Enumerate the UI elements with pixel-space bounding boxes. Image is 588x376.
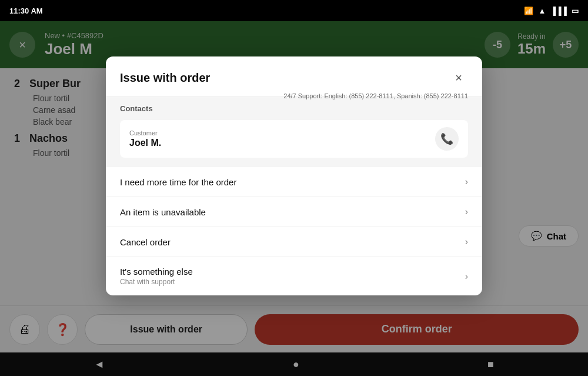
modal-option-something-else[interactable]: It's something else Chat with support › <box>106 257 482 295</box>
modal-close-button[interactable]: × <box>449 68 468 87</box>
wifi-icon: ▲ <box>538 6 546 15</box>
modal-option-cancel[interactable]: Cancel order › <box>106 227 482 257</box>
customer-info-label: Customer <box>129 129 161 137</box>
chevron-right-icon-2: › <box>465 207 468 217</box>
call-customer-button[interactable]: 📞 <box>435 127 459 151</box>
chevron-right-icon-4: › <box>465 271 468 282</box>
option-unavailable-label: An item is unavailable <box>120 207 206 217</box>
option-something-else-label: It's something else <box>120 267 193 277</box>
contacts-label: Contacts <box>120 104 153 113</box>
modal-header: Issue with order × <box>106 56 482 97</box>
option-something-else-sub: Chat with support <box>120 278 193 286</box>
modal-option-more-time[interactable]: I need more time for the order › <box>106 167 482 197</box>
bluetooth-icon: 📶 <box>524 6 533 15</box>
customer-row: Customer Joel M. 📞 <box>120 120 468 158</box>
issue-with-order-modal: Issue with order × Contacts 24/7 Support… <box>106 56 482 295</box>
option-cancel-label: Cancel order <box>120 237 171 247</box>
modal-title: Issue with order <box>120 71 210 85</box>
battery-icon: ▭ <box>572 6 579 15</box>
modal-option-unavailable[interactable]: An item is unavailable › <box>106 197 482 227</box>
status-time: 11:30 AM <box>9 6 43 15</box>
phone-icon: 📞 <box>440 132 453 145</box>
status-icons: 📶 ▲ ▐▐▐ ▭ <box>524 6 579 15</box>
customer-details: Customer Joel M. <box>129 129 161 148</box>
signal-icon: ▐▐▐ <box>550 6 567 15</box>
modal-overlay: Issue with order × Contacts 24/7 Support… <box>0 21 588 376</box>
chevron-right-icon-3: › <box>465 237 468 247</box>
support-number: 24/7 Support: English: (855) 222-8111, S… <box>283 92 468 99</box>
status-bar: 11:30 AM 📶 ▲ ▐▐▐ ▭ <box>0 0 588 21</box>
customer-display-name: Joel M. <box>129 138 161 148</box>
chevron-right-icon-1: › <box>465 177 468 187</box>
option-more-time-label: I need more time for the order <box>120 177 236 187</box>
contacts-section: Contacts 24/7 Support: English: (855) 22… <box>106 97 482 167</box>
